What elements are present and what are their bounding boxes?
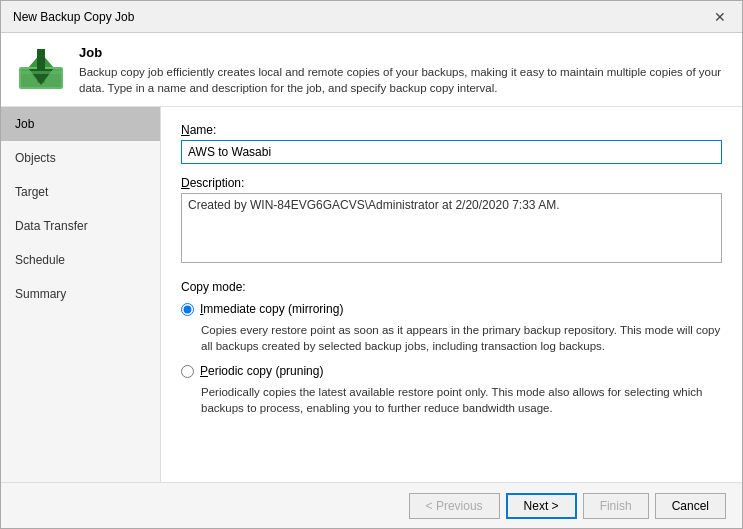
sidebar: Job Objects Target Data Transfer Schedul… bbox=[1, 107, 161, 482]
header-text: Job Backup copy job efficiently creates … bbox=[79, 45, 726, 96]
radio-periodic-label[interactable]: Periodic copy (pruning) bbox=[200, 364, 323, 378]
sidebar-item-schedule[interactable]: Schedule bbox=[1, 243, 160, 277]
close-button[interactable]: ✕ bbox=[710, 7, 730, 27]
name-label: Name: bbox=[181, 123, 722, 137]
title-bar: New Backup Copy Job ✕ bbox=[1, 1, 742, 33]
sidebar-item-target[interactable]: Target bbox=[1, 175, 160, 209]
sidebar-item-job[interactable]: Job bbox=[1, 107, 160, 141]
cancel-button[interactable]: Cancel bbox=[655, 493, 726, 519]
header-description: Backup copy job efficiently creates loca… bbox=[79, 64, 726, 96]
radio-periodic[interactable] bbox=[181, 365, 194, 378]
radio-immediate-container: Immediate copy (mirroring) bbox=[181, 302, 722, 316]
next-button[interactable]: Next > bbox=[506, 493, 577, 519]
previous-button[interactable]: < Previous bbox=[409, 493, 500, 519]
header-section: Job Backup copy job efficiently creates … bbox=[1, 33, 742, 107]
radio-immediate-desc: Copies every restore point as soon as it… bbox=[201, 322, 722, 354]
main-form: Name: Description: Created by WIN-84EVG6… bbox=[161, 107, 742, 482]
description-textarea[interactable]: Created by WIN-84EVG6GACVS\Administrator… bbox=[181, 193, 722, 263]
description-label: Description: bbox=[181, 176, 722, 190]
svg-rect-6 bbox=[21, 71, 61, 74]
radio-immediate[interactable] bbox=[181, 303, 194, 316]
dialog-title: New Backup Copy Job bbox=[13, 10, 134, 24]
header-title: Job bbox=[79, 45, 726, 60]
copy-mode-label: Copy mode: bbox=[181, 280, 722, 294]
footer: < Previous Next > Finish Cancel bbox=[1, 482, 742, 528]
sidebar-item-data-transfer[interactable]: Data Transfer bbox=[1, 209, 160, 243]
radio-periodic-desc: Periodically copies the latest available… bbox=[201, 384, 722, 416]
sidebar-item-summary[interactable]: Summary bbox=[1, 277, 160, 311]
content-area: Job Objects Target Data Transfer Schedul… bbox=[1, 107, 742, 482]
radio-periodic-container: Periodic copy (pruning) bbox=[181, 364, 722, 378]
name-input[interactable] bbox=[181, 140, 722, 164]
new-backup-copy-job-dialog: New Backup Copy Job ✕ Job Backup copy jo… bbox=[0, 0, 743, 529]
finish-button[interactable]: Finish bbox=[583, 493, 649, 519]
header-icon-container bbox=[17, 45, 65, 93]
svg-rect-4 bbox=[37, 49, 45, 69]
radio-immediate-label[interactable]: Immediate copy (mirroring) bbox=[200, 302, 343, 316]
backup-copy-icon bbox=[17, 45, 65, 93]
sidebar-item-objects[interactable]: Objects bbox=[1, 141, 160, 175]
